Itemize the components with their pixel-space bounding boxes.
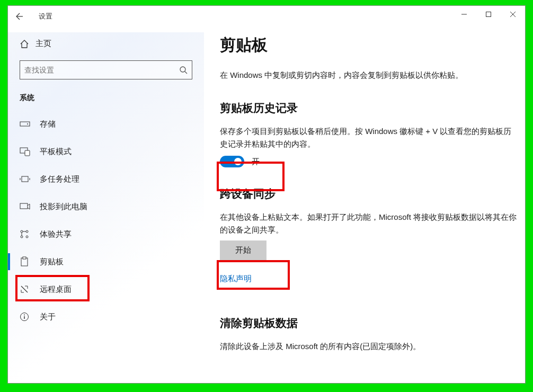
svg-point-15 [26, 230, 28, 233]
share-icon [20, 229, 40, 239]
section-sync-desc: 在其他设备上粘贴文本。如果打开了此功能，Microsoft 将接收剪贴板数据以将… [220, 211, 517, 236]
svg-point-14 [21, 230, 23, 233]
privacy-link[interactable]: 隐私声明 [220, 274, 252, 284]
sidebar-item-remote[interactable]: 远程桌面 [8, 275, 204, 303]
sidebar-item-label: 多任务处理 [40, 174, 79, 184]
svg-rect-6 [20, 122, 30, 126]
svg-line-5 [185, 72, 187, 74]
sidebar-home[interactable]: 主页 [8, 32, 204, 55]
section-history-title: 剪贴板历史记录 [220, 101, 517, 115]
sidebar-item-tablet[interactable]: 平板模式 [8, 138, 204, 165]
remote-icon [20, 284, 40, 294]
sync-start-button[interactable]: 开始 [220, 240, 266, 260]
section-clear-desc: 清除此设备上涉及 Microsoft 的所有内容(已固定项除外)。 [220, 340, 517, 353]
content: 剪贴板 在 Windows 中复制或剪切内容时，内容会复制到剪贴板以供你粘贴。 … [220, 34, 517, 372]
sidebar-item-label: 远程桌面 [40, 284, 72, 295]
close-button[interactable] [501, 6, 525, 23]
sidebar-item-label: 剪贴板 [40, 257, 64, 267]
svg-line-22 [21, 286, 28, 292]
project-icon [20, 202, 40, 211]
sidebar-item-label: 体验共享 [40, 229, 72, 239]
maximize-button[interactable] [476, 6, 501, 23]
storage-icon [20, 120, 40, 128]
home-icon [20, 39, 35, 49]
section-history-desc: 保存多个项目到剪贴板以备稍后使用。按 Windows 徽标键 + V 以查看您的… [220, 125, 517, 150]
sidebar-item-label: 存储 [40, 119, 56, 129]
window-title: 设置 [39, 12, 52, 21]
search-input[interactable] [24, 66, 179, 74]
sidebar-category: 系统 [8, 89, 204, 110]
titlebar: 设置 [8, 6, 525, 27]
settings-window: 设置 主页 系统 [7, 5, 526, 384]
sidebar-item-label: 投影到此电脑 [40, 202, 87, 212]
sidebar-item-about[interactable]: 关于 [8, 303, 204, 331]
search-icon [179, 66, 188, 74]
info-icon [20, 312, 40, 322]
history-toggle-label: 开 [252, 157, 260, 167]
svg-rect-9 [25, 150, 30, 156]
history-toggle[interactable] [220, 156, 244, 167]
sidebar-home-label: 主页 [35, 39, 51, 49]
svg-point-17 [26, 236, 28, 238]
svg-rect-21 [23, 257, 26, 259]
svg-point-7 [27, 123, 28, 124]
multitask-icon [20, 175, 40, 183]
svg-rect-13 [20, 203, 28, 209]
search-input-wrap[interactable] [20, 60, 192, 79]
sidebar-item-storage[interactable]: 存储 [8, 110, 204, 138]
sidebar-item-clipboard[interactable]: 剪贴板 [8, 248, 204, 275]
minimize-button[interactable] [452, 6, 476, 23]
section-sync-title: 跨设备同步 [220, 186, 517, 201]
back-button[interactable] [8, 6, 29, 27]
sidebar-item-label: 关于 [40, 312, 56, 322]
svg-point-4 [180, 67, 185, 72]
clipboard-icon [20, 256, 40, 267]
svg-rect-10 [22, 176, 28, 182]
svg-rect-1 [486, 12, 491, 17]
page-title: 剪贴板 [220, 34, 517, 56]
sidebar-item-shared[interactable]: 体验共享 [8, 220, 204, 248]
section-clear-title: 清除剪贴板数据 [220, 316, 517, 331]
svg-point-25 [24, 315, 25, 316]
svg-point-16 [21, 236, 23, 238]
sidebar: 主页 系统 存储 平板模式 多任务处理 [8, 32, 204, 382]
sidebar-item-label: 平板模式 [40, 147, 72, 157]
sidebar-item-project[interactable]: 投影到此电脑 [8, 193, 204, 220]
sidebar-item-multitask[interactable]: 多任务处理 [8, 165, 204, 193]
page-intro: 在 Windows 中复制或剪切内容时，内容会复制到剪贴板以供你粘贴。 [220, 69, 517, 82]
tablet-icon [20, 147, 40, 156]
toggle-knob [234, 158, 242, 165]
